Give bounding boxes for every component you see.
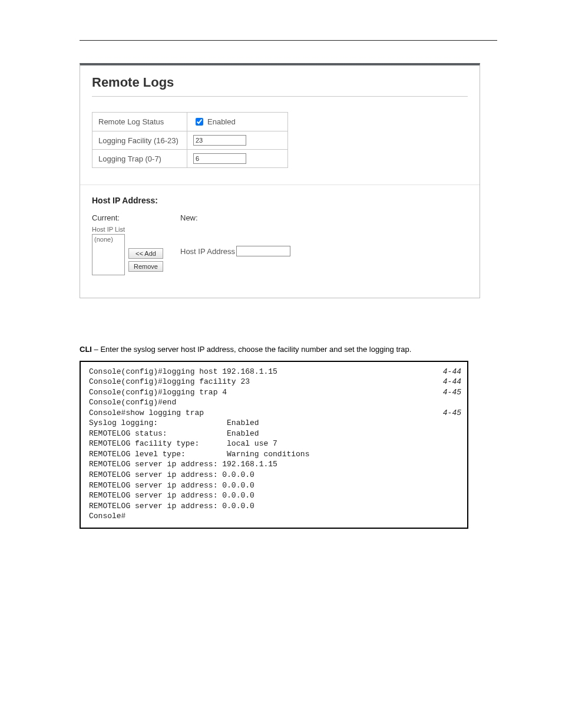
- add-button[interactable]: << Add: [128, 248, 163, 259]
- cli-line: Console#: [89, 511, 461, 522]
- current-heading: Current:: [92, 213, 174, 222]
- cli-line: REMOTELOG server ip address: 0.0.0.0: [89, 470, 461, 480]
- config-table: Remote Log Status Enabled Logging Facili…: [92, 112, 288, 168]
- page-rule: [80, 40, 497, 41]
- panel-title-underline: [92, 96, 468, 97]
- cli-prefix: CLI: [80, 345, 92, 354]
- new-host-label: Host IP Address: [180, 247, 235, 256]
- host-list-label: Host IP List: [92, 226, 174, 233]
- cli-line: REMOTELOG server ip address: 192.168.1.1…: [89, 459, 461, 470]
- cli-line: REMOTELOG server ip address: 0.0.0.0: [89, 490, 461, 501]
- new-host-input[interactable]: [236, 246, 290, 256]
- cli-line: REMOTELOG status: Enabled: [89, 429, 461, 439]
- cli-line: Console(config)#end: [89, 397, 461, 408]
- cli-output: Console(config)#logging host 192.168.1.1…: [80, 361, 468, 529]
- cli-line: REMOTELOG server ip address: 0.0.0.0: [89, 480, 461, 491]
- cli-line: Syslog logging: Enabled: [89, 418, 461, 429]
- facility-input[interactable]: [193, 135, 246, 146]
- cli-line: Console#show logging trap4-45: [89, 408, 461, 419]
- row-facility-label: Logging Facility (16-23): [92, 131, 187, 150]
- new-heading: New:: [180, 213, 290, 222]
- remote-logs-panel: Remote Logs Remote Log Status Enabled Lo…: [80, 63, 480, 298]
- cli-line: Console(config)#logging host 192.168.1.1…: [89, 367, 461, 377]
- cli-line: Console(config)#logging trap 44-45: [89, 387, 461, 398]
- status-enabled-label: Enabled: [207, 117, 236, 126]
- cli-line: REMOTELOG level type: Warning conditions: [89, 449, 461, 460]
- host-section-label: Host IP Address:: [92, 196, 468, 205]
- row-status-label: Remote Log Status: [92, 113, 187, 131]
- cli-line: Console(config)#logging facility 234-44: [89, 377, 461, 387]
- cli-desc-text: – Enter the syslog server host IP addres…: [92, 345, 411, 354]
- new-column: New: Host IP Address: [174, 213, 290, 256]
- trap-input[interactable]: [193, 153, 246, 164]
- cli-section-desc: CLI – Enter the syslog server host IP ad…: [80, 344, 497, 355]
- panel-title: Remote Logs: [92, 75, 468, 90]
- cli-line: REMOTELOG facility type: local use 7: [89, 439, 461, 449]
- host-ip-listbox[interactable]: (none): [92, 234, 125, 275]
- cli-line: REMOTELOG server ip address: 0.0.0.0: [89, 501, 461, 512]
- row-trap-label: Logging Trap (0-7): [92, 150, 187, 168]
- status-enabled-checkbox[interactable]: [196, 118, 203, 126]
- remove-button[interactable]: Remove: [128, 261, 163, 272]
- panel-mid-rule: [80, 185, 480, 185]
- status-enabled-wrap[interactable]: Enabled: [193, 116, 236, 127]
- current-column: Current: Host IP List (none) << Add Remo…: [92, 213, 174, 275]
